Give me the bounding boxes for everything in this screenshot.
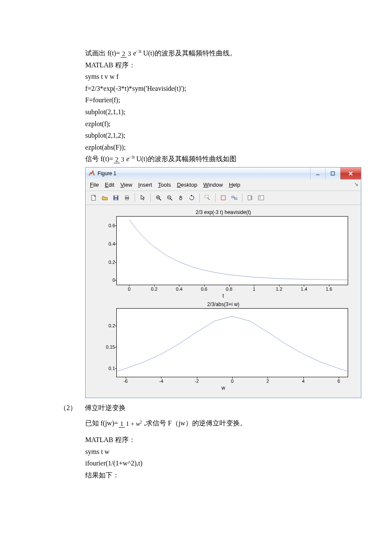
svg-rect-27 xyxy=(251,196,252,200)
x-tick-label: 4 xyxy=(302,379,305,384)
insert-colorbar-icon[interactable] xyxy=(245,193,255,202)
fraction-denominator: 3 xyxy=(127,50,133,57)
axes-2[interactable]: 0.10.150.2-6-4-20246 xyxy=(116,308,348,377)
text: 试画出 f(t)= xyxy=(85,49,120,57)
window-titlebar[interactable]: Figure 1 xyxy=(86,168,361,179)
section-heading: （2） 傅立叶逆变换 xyxy=(60,402,366,413)
menu-window[interactable]: Window xyxy=(203,182,223,188)
text: U(t)的波形及其幅频特性曲线。 xyxy=(141,49,236,57)
subplot-1: 2/3 exp(-3 t) heaviside(t) 00.20.40.600.… xyxy=(94,209,352,299)
x-tick-label: 0 xyxy=(128,286,130,292)
svg-rect-11 xyxy=(126,199,128,200)
zoom-in-icon[interactable] xyxy=(154,193,163,202)
zoom-out-icon[interactable] xyxy=(165,193,174,202)
menu-insert[interactable]: Insert xyxy=(138,182,152,188)
y-tick-label: 0.6 xyxy=(100,223,115,228)
x-tick-label: 1.6 xyxy=(326,286,332,292)
insert-legend-icon[interactable] xyxy=(257,193,266,202)
x-tick-label: 0.8 xyxy=(226,286,232,292)
text: U(t)的波形及其幅频特性曲线如图 xyxy=(135,155,236,162)
x-tick-label: 6 xyxy=(337,379,340,384)
matlab-program-label-2: MATLAB 程序： xyxy=(85,434,366,445)
x-tick-label: -2 xyxy=(195,379,199,384)
menu-tools[interactable]: Tools xyxy=(158,182,171,188)
code-line: syms t v w f xyxy=(85,71,366,82)
chart-title-2: 2/3/abs(3+i w) xyxy=(94,301,352,307)
svg-line-21 xyxy=(208,198,210,200)
code-line: subplot(2,1,2); xyxy=(85,130,366,141)
maximize-button[interactable] xyxy=(325,168,340,179)
svg-rect-1 xyxy=(331,172,334,175)
toolbar xyxy=(86,191,361,205)
text: ,求信号 F（jw）的逆傅立叶变换。 xyxy=(144,419,247,427)
open-file-icon[interactable] xyxy=(100,193,110,202)
x-tick-label: 0.6 xyxy=(201,286,207,292)
close-button[interactable] xyxy=(340,168,361,179)
result-statement: 信号 f(t)=23e−3t U(t)的波形及其幅频特性曲线如图 xyxy=(85,153,366,165)
x-tick-label: 1.4 xyxy=(301,286,307,292)
menu-bar: File Edit View Insert Tools Desktop Wind… xyxy=(86,179,361,191)
plot-area: 2/3 exp(-3 t) heaviside(t) 00.20.40.600.… xyxy=(86,205,361,398)
matlab-program-label: MATLAB 程序： xyxy=(85,60,366,71)
y-tick-label: 0.2 xyxy=(100,260,115,265)
code-line: ezplot(abs(F)); xyxy=(85,142,366,153)
brush-icon[interactable] xyxy=(219,193,228,202)
x-tick-label: 0.4 xyxy=(176,286,182,292)
axes-1[interactable]: 00.20.40.600.20.40.60.811.21.41.6 xyxy=(116,216,348,285)
svg-rect-20 xyxy=(205,195,208,198)
menu-view[interactable]: View xyxy=(120,182,132,188)
menu-help[interactable]: Help xyxy=(229,182,240,188)
print-icon[interactable] xyxy=(122,193,132,202)
x-tick-label: 2 xyxy=(266,379,269,384)
svg-marker-19 xyxy=(190,195,192,197)
subplot-2: 2/3/abs(3+i w) 0.10.150.2-6-4-20246 w xyxy=(94,301,352,391)
rotate-icon[interactable] xyxy=(187,193,196,202)
exponent: −3t xyxy=(136,49,141,54)
x-tick-label: -4 xyxy=(159,379,163,384)
problem-statement-2: 已知 f(jw)=11 + w2,求信号 F（jw）的逆傅立叶变换。 xyxy=(85,418,366,429)
x-tick-label: 1 xyxy=(253,286,255,292)
window-title: Figure 1 xyxy=(98,171,116,176)
xlabel-1: t xyxy=(94,293,352,299)
code-line: f=2/3*exp(-3*t)*sym('Heaviside(t)'); xyxy=(85,83,366,94)
link-icon[interactable] xyxy=(230,193,239,202)
matlab-figure-window: Figure 1 File Edit View Insert Tools Des… xyxy=(85,167,361,398)
xlabel-2: w xyxy=(94,385,352,391)
svg-rect-10 xyxy=(126,196,128,197)
y-tick-label: 0.4 xyxy=(100,241,115,246)
section-number: （2） xyxy=(60,402,83,413)
x-tick-label: 0.2 xyxy=(151,286,157,292)
menu-edit[interactable]: Edit xyxy=(105,182,114,188)
pan-icon[interactable] xyxy=(176,193,185,202)
x-tick-label: 1.2 xyxy=(276,286,282,292)
svg-line-13 xyxy=(159,199,161,200)
svg-rect-24 xyxy=(235,198,237,199)
svg-rect-28 xyxy=(259,196,264,200)
chart-title-1: 2/3 exp(-3 t) heaviside(t) xyxy=(94,209,352,215)
svg-line-17 xyxy=(170,199,172,200)
text: 已知 f(jw)= xyxy=(85,419,118,427)
menu-overflow-icon[interactable]: ↘ xyxy=(354,181,358,187)
menu-desktop[interactable]: Desktop xyxy=(177,182,197,188)
fraction-numerator: 2 xyxy=(121,50,127,58)
svg-rect-8 xyxy=(115,198,117,200)
minimize-button[interactable] xyxy=(310,168,325,179)
y-tick-label: 0.2 xyxy=(100,323,115,328)
y-tick-label: 0 xyxy=(100,278,115,283)
svg-rect-7 xyxy=(115,196,117,197)
new-file-icon[interactable] xyxy=(89,193,98,202)
code-line: ifourier(1/(1+w^2),t) xyxy=(85,458,366,469)
pointer-icon[interactable] xyxy=(138,193,147,202)
svg-rect-23 xyxy=(232,196,234,198)
x-tick-label: 0 xyxy=(231,379,233,384)
section-title: 傅立叶逆变换 xyxy=(85,404,126,411)
x-tick-label: -6 xyxy=(124,379,128,384)
code-line: ezplot(f); xyxy=(85,119,366,130)
data-cursor-icon[interactable] xyxy=(203,193,212,202)
menu-file[interactable]: File xyxy=(90,182,99,188)
code-line: F=fourier(f); xyxy=(85,95,366,106)
code-line: syms t w xyxy=(85,446,366,457)
code-line: subplot(2,1,1); xyxy=(85,107,366,118)
y-tick-label: 0.1 xyxy=(100,366,115,371)
save-icon[interactable] xyxy=(111,193,121,202)
